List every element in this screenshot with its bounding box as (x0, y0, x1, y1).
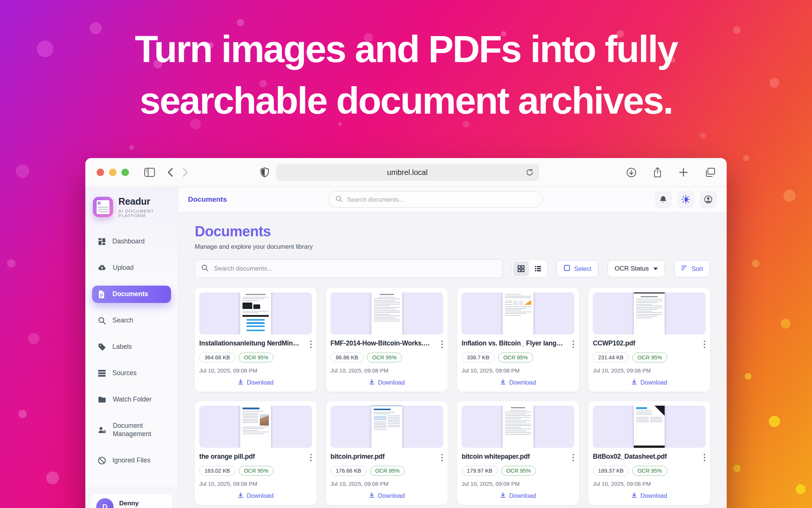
page-subtitle: Manage and explore your document library (195, 243, 710, 250)
download-label: Download (247, 493, 273, 499)
document-thumbnail (199, 406, 312, 448)
download-link[interactable]: Download (462, 492, 574, 500)
document-card[interactable]: Inflation vs. Bitcoin_ Flyer lang_RGB.pd… (457, 288, 579, 392)
document-card[interactable]: bitcoin whitepaper.pdf 179.97 KB OCR 95%… (457, 401, 579, 505)
document-card[interactable]: FMF-2014-How-Bitcoin-Works.pdf 86.86 KB … (326, 288, 448, 392)
document-thumbnail (593, 292, 706, 335)
document-thumbnail (593, 406, 706, 448)
breadcrumb[interactable]: Documents (188, 195, 227, 204)
bell-icon[interactable] (654, 191, 672, 208)
ocr-status-label: OCR Status (615, 265, 649, 272)
global-search[interactable] (328, 191, 542, 208)
kebab-menu-icon[interactable] (310, 339, 312, 348)
download-icon (500, 492, 506, 500)
file-size-badge: 364.68 KB (199, 353, 235, 362)
sidebar-item-label: Upload (113, 264, 133, 272)
upload-icon (98, 264, 106, 272)
kebab-menu-icon[interactable] (441, 453, 443, 462)
document-icon (98, 290, 106, 298)
sidebar-item-sources[interactable]: Sources (92, 365, 171, 382)
document-card[interactable]: Installationsanleitung NerdMiner.pdf 364… (195, 288, 317, 392)
download-icon (238, 492, 244, 500)
hero-line-2: searchable document archives. (139, 79, 672, 122)
sidebar-item-documents[interactable]: Documents (92, 286, 171, 303)
sidebar-item-labels[interactable]: Labels (92, 338, 171, 356)
theme-toggle-icon[interactable] (677, 191, 694, 208)
sidebar-item-label: Documents (112, 290, 148, 298)
download-link[interactable]: Download (462, 379, 574, 386)
file-size-badge: 86.86 KB (330, 353, 364, 362)
document-card[interactable]: CCWP102.pdf 231.44 KB OCR 95% Jul 10, 20… (588, 288, 710, 392)
download-link[interactable]: Download (330, 492, 443, 500)
kebab-menu-icon[interactable] (310, 453, 312, 462)
sidebar-toggle-icon[interactable] (144, 167, 155, 177)
download-link[interactable]: Download (199, 492, 312, 500)
document-card[interactable]: bitcoin.primer.pdf 176.66 KB OCR 95% Jul… (326, 401, 448, 505)
hero-headline: Turn images and PDFs into fullysearchabl… (0, 23, 812, 127)
sidebar-item-label: Labels (112, 343, 132, 351)
download-label: Download (640, 493, 667, 499)
download-icon (369, 379, 375, 386)
forward-icon[interactable] (182, 167, 188, 177)
sidebar-item-search[interactable]: Search (92, 312, 171, 329)
minimize-button[interactable] (109, 169, 117, 176)
document-card[interactable]: the orange pill.pdf 183.02 KB OCR 95% Ju… (195, 401, 317, 505)
global-search-input[interactable] (346, 196, 535, 204)
kebab-menu-icon[interactable] (703, 453, 706, 462)
profile-icon[interactable] (700, 191, 717, 208)
privacy-shield-icon[interactable] (260, 167, 269, 178)
select-button[interactable]: Select (556, 260, 598, 277)
download-link[interactable]: Download (593, 492, 706, 500)
address-bar[interactable]: umbrel.local (276, 164, 539, 181)
avatar: D (96, 498, 114, 508)
share-icon[interactable] (653, 167, 662, 178)
download-label: Download (509, 379, 536, 386)
file-size-badge: 179.97 KB (462, 466, 498, 476)
back-icon[interactable] (167, 167, 173, 177)
reload-icon[interactable] (526, 168, 534, 176)
new-tab-icon[interactable] (679, 167, 688, 178)
sort-button[interactable]: Sort (674, 260, 710, 277)
documents-toolbar: Select OCR Status Sort (195, 259, 710, 278)
app-topbar: Documents (178, 187, 727, 212)
download-link[interactable]: Download (199, 379, 312, 386)
user-section[interactable]: D Denny admin@readur.com (85, 488, 178, 508)
sidebar-item-document-management[interactable]: Document Management (92, 417, 171, 443)
document-date: Jul 10, 2025, 09:08 PM (462, 367, 574, 374)
download-label: Download (378, 493, 404, 499)
kebab-menu-icon[interactable] (441, 339, 443, 348)
documents-search-input[interactable] (213, 265, 496, 273)
document-thumbnail (330, 292, 443, 335)
download-icon (238, 379, 244, 386)
zoom-button[interactable] (121, 169, 129, 176)
download-label: Download (640, 379, 667, 386)
document-name: Installationsanleitung NerdMiner.pdf (199, 339, 301, 347)
close-button[interactable] (97, 169, 104, 176)
sidebar-item-upload[interactable]: Upload (92, 259, 171, 277)
checkbox-icon (564, 265, 570, 273)
document-date: Jul 10, 2025, 09:08 PM (330, 481, 443, 487)
document-name: Inflation vs. Bitcoin_ Flyer lang_RGB.pd… (462, 339, 563, 347)
kebab-menu-icon[interactable] (703, 339, 706, 348)
file-size-badge: 176.66 KB (330, 466, 367, 476)
downloads-icon[interactable] (626, 167, 636, 178)
ocr-status-badge: OCR 95% (501, 466, 536, 476)
kebab-menu-icon[interactable] (572, 453, 574, 462)
grid-view-icon[interactable] (513, 261, 529, 276)
download-link[interactable]: Download (593, 379, 706, 386)
browser-chrome: umbrel.local (85, 158, 727, 187)
sidebar-item-watch-folder[interactable]: Watch Folder (92, 391, 171, 408)
document-name: FMF-2014-How-Bitcoin-Works.pdf (330, 339, 432, 347)
ocr-status-dropdown[interactable]: OCR Status (607, 260, 665, 277)
download-link[interactable]: Download (330, 379, 443, 386)
list-view-icon[interactable] (530, 261, 546, 276)
document-name: bitcoin.primer.pdf (330, 453, 385, 461)
sidebar: R Readur AI DOCUMENT PLATFORM Dashboard … (85, 187, 178, 508)
document-name: bitcoin whitepaper.pdf (462, 453, 530, 461)
sidebar-item-dashboard[interactable]: Dashboard (92, 233, 171, 250)
document-card[interactable]: BitBox02_Datasheet.pdf 189.37 KB OCR 95%… (588, 401, 710, 505)
kebab-menu-icon[interactable] (572, 339, 574, 348)
documents-search[interactable] (195, 259, 503, 278)
tab-overview-icon[interactable] (705, 167, 715, 178)
sidebar-item-ignored-files[interactable]: Ignored Files (92, 452, 171, 469)
